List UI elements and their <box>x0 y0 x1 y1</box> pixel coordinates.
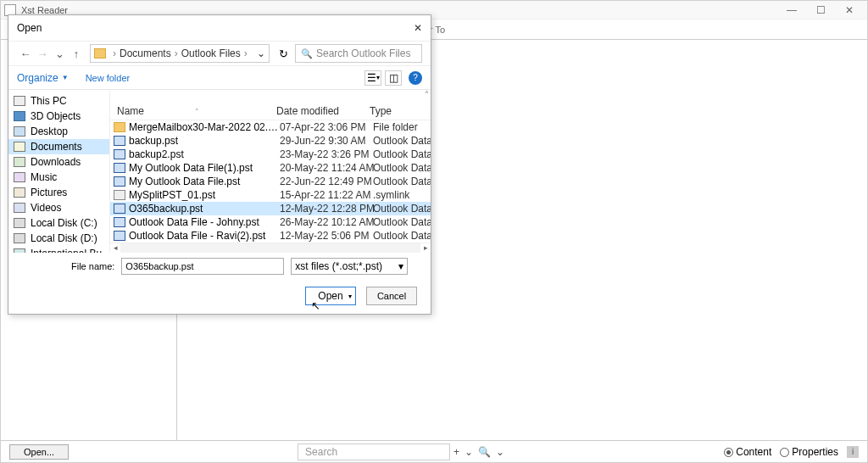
tree-item[interactable]: Music <box>8 170 109 185</box>
tree-icon <box>14 126 25 137</box>
file-type: File folder <box>373 121 431 133</box>
tree-item[interactable]: Documents <box>8 139 109 154</box>
cancel-button[interactable]: Cancel <box>366 287 417 305</box>
tree-icon <box>14 111 25 121</box>
file-row[interactable]: MySplitPST_01.pst15-Apr-22 11:22 AM.syml… <box>110 188 431 202</box>
tree-item[interactable]: Desktop <box>8 124 109 139</box>
file-row[interactable]: My Outlook Data File(1).pst20-May-22 11:… <box>110 161 431 175</box>
tree-icon <box>14 142 25 152</box>
file-icon <box>114 149 125 159</box>
file-type: Outlook Data Fil <box>373 230 431 242</box>
address-bar[interactable]: › Documents › Outlook Files › ⌄ <box>90 44 270 63</box>
search-icon: 🔍 <box>301 48 313 59</box>
tree-label: This PC <box>31 95 67 107</box>
back-button[interactable]: ← <box>17 45 34 62</box>
main-window: Xst Reader — ☐ ✕ om or To Open... Search… <box>0 0 868 463</box>
dropdown-icon[interactable]: ⌄ <box>465 446 473 458</box>
organize-menu[interactable]: Organize ▼ <box>17 72 69 84</box>
file-icon <box>114 231 125 241</box>
tree-item[interactable]: Videos <box>8 200 109 215</box>
tree-label: Desktop <box>31 126 68 137</box>
help-button[interactable]: ? <box>409 71 422 85</box>
up-button[interactable]: ↑ <box>68 45 85 62</box>
file-type-select[interactable]: xst files (*.ost;*.pst)▾ <box>291 258 408 275</box>
open-file-button[interactable]: Open... <box>9 444 69 460</box>
app-title: Xst Reader <box>21 5 777 15</box>
folder-search-input[interactable]: 🔍 Search Outlook Files <box>295 44 422 63</box>
dialog-nav: ← → ⌄ ↑ › Documents › Outlook Files › ⌄ … <box>8 41 431 66</box>
search-dropdown-icon[interactable]: ⌄ <box>496 446 504 458</box>
forward-button[interactable]: → <box>34 45 51 62</box>
info-icon[interactable]: i <box>847 446 859 458</box>
file-date: 29-Jun-22 9:30 AM <box>280 135 373 147</box>
search-icon[interactable]: 🔍 <box>478 446 491 458</box>
tree-icon <box>14 157 25 167</box>
tree-item[interactable]: Local Disk (D:) <box>8 231 109 246</box>
file-icon <box>114 190 125 200</box>
tree-label: Pictures <box>31 187 67 198</box>
horizontal-scrollbar[interactable]: ◂▸ <box>110 243 431 253</box>
tree-item[interactable]: This PC <box>8 93 109 109</box>
file-date: 22-Jun-22 12:49 PM <box>280 176 373 187</box>
new-folder-button[interactable]: New folder <box>86 73 131 83</box>
file-row[interactable]: Outlook Data File - Johny.pst26-May-22 1… <box>110 215 431 229</box>
file-name: MySplitPST_01.pst <box>129 189 280 201</box>
dialog-body: This PC3D ObjectsDesktopDocumentsDownloa… <box>8 90 431 253</box>
tree-item[interactable]: Local Disk (C:) <box>8 215 109 231</box>
plus-icon[interactable]: + <box>453 446 459 458</box>
close-dialog-button[interactable]: ✕ <box>414 22 422 34</box>
file-type: .symlink <box>373 189 431 201</box>
tree-item[interactable]: International Bu <box>8 246 109 253</box>
folder-tree[interactable]: This PC3D ObjectsDesktopDocumentsDownloa… <box>8 90 110 253</box>
view-mode-button[interactable]: ☰▾ <box>364 70 381 86</box>
chevron-down-icon: ▼ <box>62 74 69 81</box>
file-row[interactable]: O365backup.pst12-May-22 12:28 PMOutlook … <box>110 202 431 215</box>
column-headers: Name˄ Date modified Type <box>110 102 431 120</box>
close-window-button[interactable]: ✕ <box>835 1 864 20</box>
file-row[interactable]: My Outlook Data File.pst22-Jun-22 12:49 … <box>110 175 431 188</box>
column-date[interactable]: Date modified <box>276 105 370 117</box>
maximize-button[interactable]: ☐ <box>806 1 835 20</box>
tree-label: Local Disk (D:) <box>31 232 97 244</box>
scroll-up-icon[interactable]: ˄ <box>110 90 431 102</box>
minimize-button[interactable]: — <box>777 1 806 20</box>
file-name: backup2.pst <box>129 148 280 160</box>
file-row[interactable]: MergeMailbox30-Mar-2022 02.09.5507-Apr-2… <box>110 120 431 134</box>
recent-locations-button[interactable]: ⌄ <box>51 45 68 62</box>
file-date: 12-May-22 5:06 PM <box>280 230 373 242</box>
file-date: 15-Apr-22 11:22 AM <box>280 189 373 201</box>
file-row[interactable]: backup2.pst23-May-22 3:26 PMOutlook Data… <box>110 148 431 161</box>
refresh-button[interactable]: ↻ <box>275 47 292 60</box>
file-name: backup.pst <box>129 135 280 147</box>
dialog-titlebar: Open ✕ <box>8 15 431 41</box>
tree-item[interactable]: Downloads <box>8 154 109 170</box>
properties-radio[interactable]: Properties <box>780 446 838 458</box>
file-icon <box>114 136 125 146</box>
file-type: Outlook Data Fil <box>373 135 431 147</box>
dialog-toolbar: Organize ▼ New folder ☰▾ ◫ ? <box>8 66 431 90</box>
column-type[interactable]: Type <box>370 105 431 117</box>
open-dialog: Open ✕ ← → ⌄ ↑ › Documents › Outlook Fil… <box>8 14 431 315</box>
file-row[interactable]: Outlook Data File - Ravi(2).pst12-May-22… <box>110 229 431 243</box>
tree-item[interactable]: Pictures <box>8 185 109 200</box>
file-name-input[interactable] <box>121 258 284 275</box>
breadcrumb[interactable]: Outlook Files <box>181 47 241 59</box>
tree-icon <box>14 96 25 106</box>
tree-label: 3D Objects <box>31 110 81 122</box>
status-bar: Open... Search + ⌄ 🔍 ⌄ Content Propertie… <box>1 440 867 462</box>
content-radio[interactable]: Content <box>724 446 771 458</box>
tree-item[interactable]: 3D Objects <box>8 109 109 124</box>
column-name[interactable]: Name˄ <box>110 105 276 117</box>
dialog-title: Open <box>17 22 42 34</box>
tree-label: Local Disk (C:) <box>31 217 97 229</box>
breadcrumb[interactable]: Documents <box>120 47 171 59</box>
open-button[interactable]: Open▾ <box>305 287 356 305</box>
file-row[interactable]: backup.pst29-Jun-22 9:30 AMOutlook Data … <box>110 134 431 148</box>
tree-label: Videos <box>31 202 61 214</box>
file-pane: ˄ Name˄ Date modified Type MergeMailbox3… <box>110 90 431 253</box>
preview-pane-button[interactable]: ◫ <box>385 70 402 86</box>
file-icon <box>114 122 125 132</box>
file-rows[interactable]: MergeMailbox30-Mar-2022 02.09.5507-Apr-2… <box>110 120 431 243</box>
address-dropdown-icon[interactable]: ⌄ <box>257 47 265 59</box>
status-search-input[interactable]: Search <box>298 443 450 460</box>
